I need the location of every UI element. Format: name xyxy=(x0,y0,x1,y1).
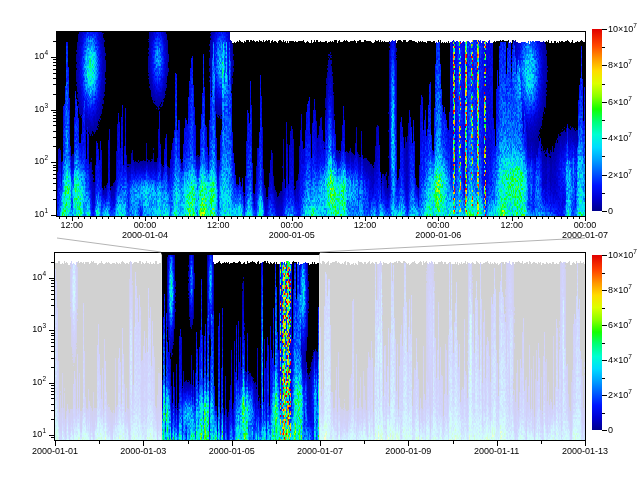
y-axis-minor-tick xyxy=(53,118,57,119)
x-axis-minor-tick xyxy=(377,216,378,219)
label-text: 2000-01-05 xyxy=(269,230,315,240)
x-axis-minor-tick xyxy=(487,216,488,219)
x-axis-minor-tick xyxy=(59,216,60,219)
label-text: 12:00 xyxy=(500,220,523,230)
label-text: 00:00 xyxy=(134,220,157,230)
y-axis-major-tick xyxy=(51,57,57,58)
x-axis-minor-tick xyxy=(347,216,348,219)
label-text: 10×10 xyxy=(608,250,633,260)
x-axis-date-label: 2000-01-05 xyxy=(262,230,322,240)
y-axis-minor-tick xyxy=(53,73,57,74)
x-axis-minor-tick xyxy=(182,216,183,219)
y-axis-major-tick xyxy=(51,215,57,216)
y-axis-minor-tick xyxy=(51,351,55,352)
x-axis-minor-tick xyxy=(554,216,555,219)
x-axis-time-label: 00:00 xyxy=(418,220,458,230)
x-axis-minor-tick xyxy=(96,216,97,219)
x-axis-minor-tick xyxy=(364,440,365,444)
x-axis-minor-tick xyxy=(371,216,372,219)
context-colorbar-gradient xyxy=(592,255,602,430)
x-axis-minor-tick xyxy=(359,216,360,219)
x-axis-minor-tick xyxy=(530,216,531,219)
x-axis-minor-tick xyxy=(304,216,305,219)
y-axis-minor-tick xyxy=(53,112,57,113)
x-axis-minor-tick xyxy=(231,216,232,219)
y-axis-major-tick xyxy=(51,110,57,111)
colorbar-major-tick xyxy=(602,395,607,396)
colorbar-minor-tick xyxy=(602,273,605,274)
y-axis-minor-tick xyxy=(51,305,55,306)
colorbar-major-tick xyxy=(602,29,607,30)
x-axis-minor-tick xyxy=(121,216,122,219)
zoom-selection-box[interactable] xyxy=(161,253,320,440)
y-axis-major-tick xyxy=(49,383,55,384)
y-axis-minor-tick xyxy=(51,410,55,411)
label-text: 10 xyxy=(32,324,42,334)
colorbar-tick-label: 0 xyxy=(608,205,640,216)
top-spectrogram-canvas[interactable] xyxy=(57,32,585,216)
context-spectrogram-canvas[interactable] xyxy=(55,253,585,440)
label-exponent: 1 xyxy=(44,207,48,214)
y-axis-minor-tick xyxy=(51,333,55,334)
connector-left-line xyxy=(57,238,161,252)
y-axis-minor-tick xyxy=(53,41,57,42)
y-axis-minor-tick xyxy=(53,165,57,166)
x-axis-minor-tick xyxy=(286,216,287,219)
label-text: 0 xyxy=(608,425,613,435)
label-text: 2000-01-03 xyxy=(120,446,166,456)
y-axis-minor-tick xyxy=(51,437,55,438)
x-axis-minor-tick xyxy=(548,216,549,219)
x-axis-minor-tick xyxy=(194,216,195,219)
x-axis-date-label: 2000-01-01 xyxy=(25,446,85,456)
y-axis-minor-tick xyxy=(51,283,55,284)
colorbar-tick-label: 6×107 xyxy=(608,96,640,107)
x-axis-minor-tick xyxy=(536,216,537,219)
y-axis-minor-tick xyxy=(53,69,57,70)
colorbar-minor-tick xyxy=(602,193,605,194)
y-axis-minor-tick xyxy=(53,94,57,95)
y-axis-tick-label: 102 xyxy=(15,155,48,166)
y-axis-minor-tick xyxy=(51,358,55,359)
y-axis-minor-tick xyxy=(53,131,57,132)
y-axis-minor-tick xyxy=(51,388,55,389)
x-axis-minor-tick xyxy=(328,216,329,219)
x-axis-minor-tick xyxy=(444,216,445,219)
x-axis-minor-tick xyxy=(469,216,470,219)
x-axis-minor-tick xyxy=(99,440,100,444)
y-axis-minor-tick xyxy=(53,167,57,168)
label-exponent: 7 xyxy=(628,353,632,360)
colorbar-tick-label: 2×107 xyxy=(608,169,640,180)
label-exponent: 7 xyxy=(628,283,632,290)
colorbar-tick-label: 8×107 xyxy=(608,59,640,70)
y-axis-major-tick xyxy=(51,162,57,163)
x-axis-minor-tick xyxy=(493,216,494,219)
y-axis-minor-tick xyxy=(51,346,55,347)
colorbar-minor-tick xyxy=(602,343,605,344)
x-axis-minor-tick xyxy=(255,216,256,219)
x-axis-minor-tick xyxy=(389,216,390,219)
label-exponent: 2 xyxy=(44,154,48,161)
y-axis-minor-tick xyxy=(53,190,57,191)
label-text: 2000-01-06 xyxy=(415,230,461,240)
x-axis-minor-tick xyxy=(567,216,568,219)
x-axis-minor-tick xyxy=(237,216,238,219)
label-text: 2000-01-11 xyxy=(474,446,519,456)
x-axis-minor-tick xyxy=(463,216,464,219)
y-axis-minor-tick xyxy=(51,335,55,336)
y-axis-minor-tick xyxy=(53,59,57,60)
label-exponent: 7 xyxy=(633,22,637,29)
x-axis-minor-tick xyxy=(573,216,574,219)
y-axis-tick-label: 104 xyxy=(13,271,46,282)
y-axis-minor-tick xyxy=(51,367,55,368)
colorbar-minor-tick xyxy=(602,308,605,309)
colorbar-tick-label: 6×107 xyxy=(608,319,640,330)
x-axis-minor-tick xyxy=(396,216,397,219)
label-text: 10×10 xyxy=(608,24,633,34)
label-text: 10 xyxy=(32,429,42,439)
x-axis-date-label: 2000-01-07 xyxy=(290,446,350,456)
y-axis-minor-tick xyxy=(51,315,55,316)
colorbar-tick-label: 10×107 xyxy=(608,249,640,260)
label-text: 2000-01-09 xyxy=(385,446,431,456)
spectrogram-viewer: 12:0000:002000-01-0412:0000:002000-01-05… xyxy=(0,0,640,480)
x-axis-minor-tick xyxy=(261,216,262,219)
